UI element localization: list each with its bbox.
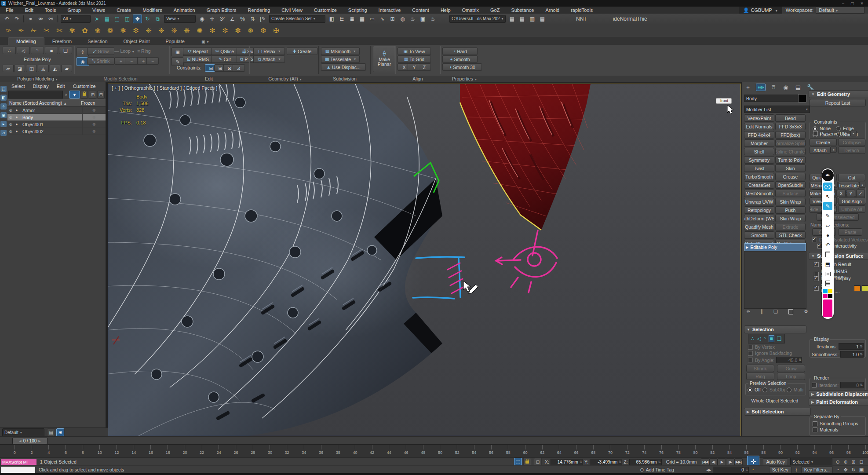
toolbar-icon[interactable]: ▭	[368, 15, 377, 23]
plugin-tool-icon[interactable]: ❅	[246, 26, 255, 35]
explorer-column-header[interactable]: Name (Sorted Ascending) ▲ Frozen	[7, 99, 106, 107]
explorer-display-toggle-icon[interactable]: ▸	[0, 121, 7, 127]
current-frame-field[interactable]: 0	[713, 467, 749, 473]
object-name-field[interactable]: Body	[744, 95, 799, 102]
zoom-icon[interactable]: ⊙	[834, 459, 842, 465]
nurms-button[interactable]: ⊞NURMS	[183, 55, 213, 63]
ignore-backfacing-checkbox[interactable]: Ignore Backfacing	[748, 351, 792, 356]
auto-key-button[interactable]: Auto Key	[763, 458, 788, 466]
modifier-button[interactable]: PathDeform (WSM	[744, 215, 774, 222]
toolbar-icon[interactable]: ♨	[428, 15, 438, 23]
plugin-tool-icon[interactable]: ❀	[93, 26, 102, 35]
highlighter-tool-icon[interactable]: ✎	[823, 202, 832, 210]
modifier-button[interactable]: Retopology	[744, 206, 774, 214]
make-planar-button[interactable]: ⟠Make Planar	[373, 46, 396, 72]
menu-item[interactable]: Scripting	[343, 7, 373, 14]
toolbar-icon[interactable]: ▤	[102, 15, 112, 23]
color-yellow[interactable]	[828, 289, 832, 293]
active-color-swatch[interactable]	[823, 300, 832, 317]
modifier-button[interactable]: STL Check	[775, 231, 806, 239]
x-coordinate-field[interactable]: 14.776mm	[551, 459, 583, 465]
toolbar-icon[interactable]: ▤	[507, 15, 517, 23]
expand-stack-icon[interactable]: ▶	[746, 245, 748, 249]
toolbar-icon[interactable]: ▣	[418, 15, 427, 23]
selection-filter-dropdown[interactable]: All	[61, 15, 91, 23]
plugin-tool-icon[interactable]: ❇	[131, 26, 141, 35]
set-key-filters-icon[interactable]: ⌇	[792, 467, 800, 473]
annotation-pen-handle-icon[interactable]: ✒	[822, 169, 834, 181]
explorer-object-row[interactable]: ⊙ ● Body ❆	[7, 114, 106, 121]
toolbar-icon[interactable]: ↻	[143, 15, 152, 23]
modifier-button[interactable]: Crease	[775, 173, 806, 180]
plugin-tool-icon[interactable]: ❃	[118, 26, 128, 35]
plugin-tool-icon[interactable]: ✑	[4, 26, 13, 35]
toolbar-icon[interactable]: ▤	[518, 15, 527, 23]
attach-button[interactable]: ⧉Attach	[253, 55, 285, 63]
element-mode-icon[interactable]: ❑	[777, 336, 782, 342]
preview-icon[interactable]: ◪	[15, 65, 26, 72]
modifier-button[interactable]: Bend	[775, 114, 806, 122]
plugin-tool-icon[interactable]: ✾	[67, 26, 77, 35]
explorer-search-input[interactable]	[8, 91, 63, 99]
viewport[interactable]: [ + ][ Orthographic ][ Standard ][ Edged…	[108, 84, 741, 436]
plugin-tool-icon[interactable]: ✺	[195, 26, 204, 35]
toolbar-icon[interactable]: {✎	[258, 15, 267, 23]
create-button[interactable]: ✚Create	[287, 48, 317, 55]
isolate-selection-icon[interactable]: ⬚	[514, 458, 522, 466]
filter-icon[interactable]: ▼	[69, 91, 80, 99]
menu-item[interactable]: File	[0, 7, 19, 14]
viewport-canvas[interactable]	[108, 84, 740, 436]
toolbar-icon[interactable]: ⧉	[153, 15, 162, 23]
modify-selection-panel-label[interactable]: Modify Selection	[77, 76, 164, 81]
explorer-menu-item[interactable]: Select	[7, 84, 29, 89]
tweak-uvs-icon[interactable]: ✎	[171, 57, 184, 66]
explorer-display-toggle-icon[interactable]: ◉	[0, 112, 7, 118]
color-cyan[interactable]	[823, 289, 828, 293]
motion-tab-icon[interactable]: ◉	[781, 84, 790, 91]
layer-list-icon[interactable]: ▤	[47, 428, 55, 436]
show-end-result-icon[interactable]: ∥	[760, 309, 763, 315]
materials-checkbox[interactable]: Materials	[813, 427, 865, 432]
modifier-button[interactable]: TurboSmooth	[744, 173, 774, 180]
visibility-eye-icon[interactable]: ⊙	[7, 129, 14, 134]
modifier-button[interactable]: Symmetry	[744, 156, 774, 164]
loop-shrink-button[interactable]: −	[125, 57, 138, 65]
cage-color-swatch[interactable]	[854, 285, 861, 291]
qslice-button[interactable]: ✂QSlice	[211, 48, 238, 55]
toolbar-icon[interactable]: ⋿	[337, 15, 346, 23]
plugin-tool-icon[interactable]: ❈	[144, 26, 153, 35]
plugin-tool-icon[interactable]: ✠	[271, 26, 281, 35]
remove-modifier-icon[interactable]	[788, 309, 793, 315]
maxscript-input-field[interactable]	[1, 467, 35, 473]
ring-shrink-button[interactable]: −	[146, 57, 159, 65]
preserve-uvs-icon[interactable]: ▣	[171, 48, 184, 56]
properties-panel-label[interactable]: Properties	[442, 76, 486, 81]
polygon-modeling-panel-label[interactable]: Polygon Modeling	[3, 76, 72, 81]
modifier-button[interactable]: Quadify Mesh	[744, 223, 774, 230]
paste-button[interactable]: Paste	[839, 228, 862, 236]
explorer-display-toggle-icon[interactable]: ✧	[0, 103, 7, 110]
plugin-tool-icon[interactable]: ✁	[29, 26, 39, 35]
time-slider-handle[interactable]: ◀ 0 / 100 ▶	[12, 438, 47, 444]
visibility-eye-icon[interactable]: ⊙	[7, 122, 14, 127]
plugin-tool-icon[interactable]: ❉	[157, 26, 166, 35]
shrink-button[interactable]: Shrink	[746, 365, 774, 372]
cut-button[interactable]: ✎Cut	[211, 55, 238, 63]
toolbar-icon[interactable]: ⚮	[36, 15, 45, 23]
modifier-button[interactable]: Shell	[744, 148, 774, 155]
brush-size-dot-icon[interactable]: ●	[823, 231, 832, 239]
next-frame-nub[interactable]: ▶	[38, 439, 40, 443]
toolbar-icon[interactable]: ⬚	[113, 15, 122, 23]
subobject-icon-button[interactable]: ◝	[31, 47, 44, 54]
ribbon-tab[interactable]: Populate	[157, 38, 192, 45]
explorer-display-toggle-icon[interactable]: ⊿	[0, 130, 7, 136]
show-end-result-icon[interactable]: ◬	[38, 65, 49, 72]
close-button[interactable]: ✕	[860, 1, 864, 6]
modifier-button[interactable]: VertexPaint	[744, 114, 774, 122]
toolbar-icon[interactable]: ⚯	[46, 15, 55, 23]
plugin-tool-icon[interactable]: ✿	[80, 26, 90, 35]
key-filters-button[interactable]: Key Filters...	[801, 466, 833, 474]
toolbar-icon[interactable]: 3²	[218, 15, 227, 23]
smoothing-groups-checkbox[interactable]: Smoothing Groups	[813, 421, 865, 426]
by-vertex-checkbox[interactable]: By Vertex	[748, 344, 775, 350]
